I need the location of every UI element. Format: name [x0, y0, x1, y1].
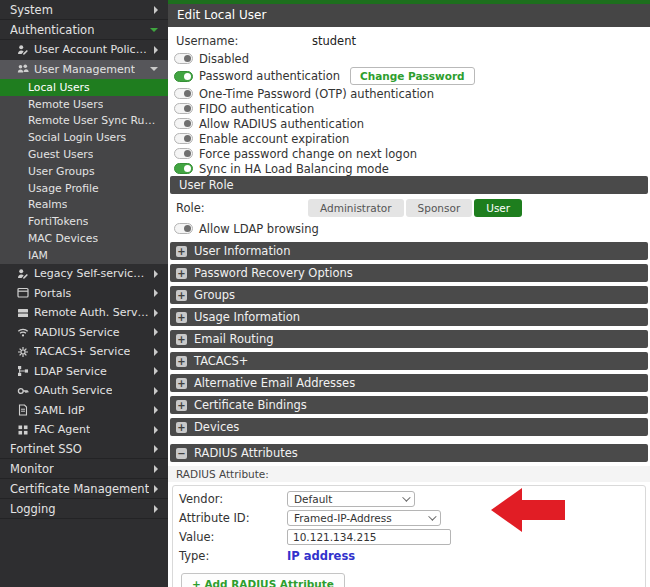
- add-radius-attribute-button[interactable]: + Add RADIUS Attribute: [181, 573, 345, 587]
- toggle-force-password-change-on-next-logon[interactable]: [174, 148, 193, 159]
- sidebar: SystemAuthenticationUser Account Policie…: [0, 0, 168, 587]
- sidebar-item-tacacs-service[interactable]: TACACS+ Service: [0, 342, 168, 362]
- section-title: Usage Information: [194, 310, 300, 324]
- toggle-label: Force password change on next logon: [199, 147, 417, 161]
- sidebar-item-iam[interactable]: IAM: [0, 247, 168, 264]
- sidebar-item-label: Certificate Management: [10, 482, 149, 496]
- toggle-allow-radius-authentication[interactable]: [174, 118, 193, 129]
- toggle-row-one-time-password-otp-authentication: One-Time Password (OTP) authentication: [168, 86, 650, 101]
- sidebar-item-fortinet-sso[interactable]: Fortinet SSO: [0, 439, 168, 459]
- toggle-password-authentication[interactable]: [174, 71, 193, 82]
- toggle-knob: [184, 105, 191, 112]
- section-alternative-email-addresses[interactable]: +Alternative Email Addresses: [170, 374, 648, 392]
- section-user-role: User Role: [170, 176, 648, 194]
- page-title: Edit Local User: [168, 4, 650, 27]
- sidebar-item-remote-users[interactable]: Remote Users: [0, 96, 168, 113]
- sidebar-item-mac-devices[interactable]: MAC Devices: [0, 230, 168, 247]
- sidebar-item-user-groups[interactable]: User Groups: [0, 163, 168, 180]
- vendor-select[interactable]: Default: [287, 491, 415, 507]
- chevron-right-icon: [154, 328, 158, 336]
- sidebar-item-label: TACACS+ Service: [34, 345, 130, 358]
- sidebar-item-label: Monitor: [10, 462, 54, 476]
- sidebar-item-fac-agent[interactable]: FAC Agent: [0, 420, 168, 440]
- sidebar-item-monitor[interactable]: Monitor: [0, 459, 168, 479]
- toggle-label: Allow RADIUS authentication: [199, 117, 364, 131]
- section-groups[interactable]: +Groups: [170, 286, 648, 304]
- sidebar-item-system[interactable]: System: [0, 0, 168, 20]
- chevron-right-icon: [154, 367, 158, 375]
- value-row: Value:: [179, 528, 637, 546]
- toggle-row-sync-in-ha-load-balancing-mode: Sync in HA Load Balancing mode: [168, 161, 650, 176]
- role-button-administrator[interactable]: Administrator: [308, 199, 404, 217]
- sidebar-item-ldap-service[interactable]: LDAP Service: [0, 361, 168, 381]
- collapse-icon: −: [176, 448, 187, 459]
- sidebar-item-user-account-policies[interactable]: User Account Policies: [0, 40, 168, 60]
- sidebar-item-certificate-management[interactable]: Certificate Management: [0, 479, 168, 499]
- chevron-down-icon: [402, 493, 410, 501]
- toggle-fido-authentication[interactable]: [174, 103, 193, 114]
- section-password-recovery-options[interactable]: +Password Recovery Options: [170, 264, 648, 282]
- toggle-knob: [184, 55, 191, 62]
- section-email-routing[interactable]: +Email Routing: [170, 330, 648, 348]
- value-input[interactable]: [287, 529, 451, 545]
- sidebar-item-label: LDAP Service: [34, 365, 107, 378]
- section-usage-information[interactable]: +Usage Information: [170, 308, 648, 326]
- toggle-row-force-password-change-on-next-logon: Force password change on next logon: [168, 146, 650, 161]
- type-row: Type: IP address: [179, 547, 637, 565]
- sidebar-item-legacy-self-service-portal[interactable]: Legacy Self-service Portal: [0, 264, 168, 284]
- chevron-right-icon: [154, 445, 158, 453]
- sidebar-item-guest-users[interactable]: Guest Users: [0, 146, 168, 163]
- section-user-information[interactable]: +User Information: [170, 242, 648, 260]
- chevron-right-icon: [154, 485, 158, 493]
- chevron-right-icon: [154, 465, 158, 473]
- vendor-row: Vendor: Default: [179, 490, 637, 508]
- sidebar-item-user-management[interactable]: User Management: [0, 60, 168, 80]
- sidebar-item-saml-idp[interactable]: SAML IdP: [0, 400, 168, 420]
- sidebar-item-fortitokens[interactable]: FortiTokens: [0, 213, 168, 230]
- sidebar-item-realms[interactable]: Realms: [0, 197, 168, 214]
- sidebar-item-label: Fortinet SSO: [10, 442, 82, 456]
- username-label: Username:: [176, 34, 312, 48]
- sidebar-item-remote-auth-servers[interactable]: Remote Auth. Servers: [0, 303, 168, 323]
- toggle-allow-ldap-browsing[interactable]: [174, 223, 193, 234]
- section-title: Alternative Email Addresses: [194, 376, 355, 390]
- username-row: Username: student: [168, 30, 650, 51]
- role-button-sponsor[interactable]: Sponsor: [406, 199, 473, 217]
- section-title: Groups: [194, 288, 235, 302]
- toggle-disabled[interactable]: [174, 53, 193, 64]
- sidebar-item-radius-service[interactable]: RADIUS Service: [0, 322, 168, 342]
- collapsible-sections: +User Information+Password Recovery Opti…: [168, 242, 650, 462]
- sidebar-item-social-login-users[interactable]: Social Login Users: [0, 129, 168, 146]
- toggle-row-disabled: Disabled: [168, 51, 650, 66]
- sidebar-item-label: User Management: [34, 63, 135, 76]
- sidebar-item-local-users[interactable]: Local Users: [0, 79, 168, 96]
- toggle-row-password-authentication: Password authenticationChange Password: [168, 66, 650, 86]
- change-password-button[interactable]: Change Password: [350, 67, 475, 85]
- section-tacacs[interactable]: +TACACS+: [170, 352, 648, 370]
- sidebar-item-label: Logging: [10, 502, 56, 516]
- sidebar-item-usage-profile[interactable]: Usage Profile: [0, 180, 168, 197]
- auth-toggles: DisabledPassword authenticationChange Pa…: [168, 51, 650, 176]
- attribute-id-select[interactable]: Framed-IP-Address: [287, 510, 441, 526]
- grid-icon: [16, 424, 29, 436]
- sidebar-item-oauth-service[interactable]: OAuth Service: [0, 381, 168, 401]
- section-devices[interactable]: +Devices: [170, 418, 648, 436]
- toggle-one-time-password-otp-authentication[interactable]: [174, 88, 193, 99]
- sidebar-item-authentication[interactable]: Authentication: [0, 20, 168, 40]
- sidebar-item-portals[interactable]: Portals: [0, 283, 168, 303]
- sidebar-item-logging[interactable]: Logging: [0, 499, 168, 519]
- section-radius-attributes[interactable]: −RADIUS Attributes: [170, 444, 648, 462]
- toggle-label: Enable account expiration: [199, 132, 349, 146]
- sidebar-item-label: Remote User Sync Rules: [28, 114, 158, 127]
- expand-icon: +: [176, 268, 187, 279]
- sidebar-item-label: Guest Users: [28, 148, 93, 161]
- section-title: User Information: [194, 244, 290, 258]
- sidebar-item-label: SAML IdP: [34, 404, 85, 417]
- chevron-right-icon: [154, 289, 158, 297]
- sidebar-item-remote-user-sync-rules[interactable]: Remote User Sync Rules: [0, 113, 168, 130]
- toggle-sync-in-ha-load-balancing-mode[interactable]: [174, 163, 193, 174]
- role-button-user[interactable]: User: [474, 199, 522, 217]
- section-certificate-bindings[interactable]: +Certificate Bindings: [170, 396, 648, 414]
- toggle-enable-account-expiration[interactable]: [174, 133, 193, 144]
- section-title: Devices: [194, 420, 239, 434]
